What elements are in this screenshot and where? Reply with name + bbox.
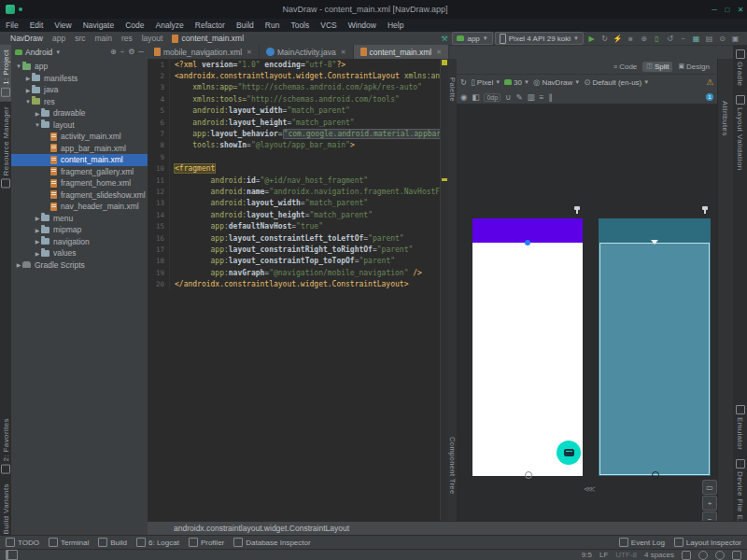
mode-split[interactable]: ◫Split — [642, 62, 672, 72]
mode-design[interactable]: ▣Design — [674, 62, 713, 72]
locate-icon[interactable]: ⊕ — [110, 48, 117, 56]
tool-window-switcher-icon[interactable] — [6, 550, 18, 560]
orientation-icon[interactable]: ↻ — [460, 77, 467, 87]
close-icon[interactable]: ✕ — [247, 49, 252, 56]
breadcrumb-item[interactable]: content_main.xml — [167, 34, 248, 43]
palette-tab[interactable]: Palette — [448, 77, 457, 102]
menu-code[interactable]: Code — [120, 21, 149, 30]
tree-item-layout[interactable]: ▼layout — [11, 119, 148, 132]
tree-item-mipmap[interactable]: ▶mipmap — [11, 224, 148, 236]
tree-item-manifests[interactable]: ▶manifests — [11, 73, 148, 85]
warning-icon[interactable]: ⚠ — [706, 77, 713, 87]
tree-item-app-bar-main-xml[interactable]: app_bar_main.xml — [11, 143, 148, 155]
blueprint-preview-phone[interactable] — [599, 218, 711, 476]
caret-position[interactable]: 9:5 — [582, 551, 592, 559]
component-tree-tab[interactable]: Component Tree — [448, 437, 457, 494]
close-icon[interactable]: ✕ — [436, 49, 442, 56]
tree-item-drawable[interactable]: ▶drawable — [11, 107, 148, 119]
menu-view[interactable]: View — [49, 21, 77, 30]
menu-analyze[interactable]: Analyze — [150, 21, 190, 30]
tree-item-java[interactable]: ▶java — [11, 84, 148, 96]
tree-item-nav-header-main-xml[interactable]: nav_header_main.xml — [11, 201, 148, 213]
zoom-in-icon[interactable]: + — [702, 496, 717, 511]
tree-item-gradle-scripts[interactable]: ▶Gradle Scripts — [11, 259, 148, 272]
design-surface[interactable]: ⋘ ▭+−▢ — [457, 104, 717, 521]
hide-icon[interactable]: ─ — [138, 48, 144, 56]
tool-window-build[interactable]: Build — [98, 538, 127, 547]
tree-item-fragment-home-xml[interactable]: fragment_home.xml — [11, 177, 148, 189]
view-options-icon[interactable]: ◉ — [460, 92, 467, 102]
menu-navigate[interactable]: Navigate — [78, 21, 120, 30]
gear-icon[interactable]: ⚙ — [128, 48, 134, 56]
apply-code-changes-icon[interactable]: ⚡ — [612, 33, 624, 45]
selection-handle[interactable] — [525, 471, 532, 479]
collapse-icon[interactable]: ÷ — [120, 48, 124, 56]
tree-item-app[interactable]: ▼app — [11, 61, 148, 73]
breadcrumb-item[interactable]: main — [90, 34, 116, 43]
selection-handle[interactable] — [652, 471, 659, 479]
menu-help[interactable]: Help — [382, 21, 409, 30]
maximize-button[interactable]: □ — [721, 6, 734, 14]
magnet-icon[interactable]: ∪ — [505, 92, 511, 102]
attributes-tab[interactable]: Attributes — [721, 101, 729, 136]
tree-item-fragment-gallery-xml[interactable]: fragment_gallery.xml — [11, 166, 148, 178]
menu-run[interactable]: Run — [260, 21, 286, 30]
attach-debugger-icon[interactable]: ⊕ — [638, 33, 650, 45]
minimize-button[interactable]: ─ — [708, 6, 721, 14]
menu-build[interactable]: Build — [231, 21, 260, 30]
gradle-status-icon[interactable] — [698, 551, 708, 560]
button-event-log[interactable]: Event Log — [619, 538, 665, 547]
selection-handle[interactable] — [651, 240, 658, 245]
breadcrumb-item[interactable]: NavDraw — [6, 34, 48, 43]
blueprint-body[interactable] — [599, 243, 710, 475]
error-stripe-mark[interactable] — [442, 60, 447, 65]
project-view-header[interactable]: Android ▼ ⊕÷⚙─ — [11, 45, 148, 59]
apply-changes-icon[interactable]: ↻ — [599, 33, 611, 45]
component-breadcrumb[interactable]: androidx.constraintlayout.widget.Constra… — [174, 524, 349, 533]
tree-item-menu[interactable]: ▶menu — [11, 213, 148, 225]
stripe-tab-gradle[interactable]: Gradle — [734, 45, 747, 91]
api-select[interactable]: 30▼ — [504, 78, 529, 87]
design-preview-phone[interactable] — [472, 218, 583, 476]
memory-indicator-icon[interactable] — [715, 551, 725, 560]
menu-refactor[interactable]: Refactor — [190, 21, 231, 30]
stripe-tab-emulator[interactable]: Emulator — [734, 400, 747, 455]
breadcrumb-item[interactable]: layout — [137, 34, 168, 43]
code-editor[interactable]: 1<?xml version="1.0" encoding="utf-8"?>2… — [148, 59, 448, 521]
run-icon[interactable]: ▶ — [585, 33, 598, 45]
more-icon[interactable]: ▣ — [729, 33, 741, 45]
close-icon[interactable]: ✕ — [341, 49, 346, 56]
file-encoding[interactable]: UTF-8 — [615, 551, 637, 559]
profiler-icon[interactable]: ~ — [677, 33, 689, 45]
close-button[interactable]: ✕ — [734, 6, 747, 14]
device-file-explorer-icon[interactable]: ▤ — [703, 33, 715, 45]
menu-window[interactable]: Window — [343, 21, 382, 30]
project-tree[interactable]: ▼app▶manifests▶java▼res▶drawable▼layouta… — [11, 61, 148, 521]
zoom-out-icon[interactable]: − — [702, 511, 717, 521]
menu-edit[interactable]: Edit — [24, 21, 49, 30]
run-config-select[interactable]: app ▼ — [452, 32, 492, 45]
search-icon[interactable]: ⊙ — [716, 33, 728, 45]
menu-file[interactable]: File — [0, 21, 24, 30]
sync-project-icon[interactable]: ↺ — [664, 33, 676, 45]
tree-item-fragment-slideshow-xml[interactable]: fragment_slideshow.xml — [11, 189, 148, 202]
menu-tools[interactable]: Tools — [285, 21, 315, 30]
breadcrumb-item[interactable]: src — [70, 34, 90, 43]
tree-item-navigation[interactable]: ▶navigation — [11, 236, 148, 248]
constraints-icon[interactable]: ≡ — [540, 92, 544, 102]
device-select[interactable]: ▯Pixel▼ — [471, 77, 500, 87]
breadcrumb-item[interactable]: res — [117, 34, 137, 43]
tab-content-main-xml[interactable]: content_main.xml✕ — [354, 45, 450, 59]
guidelines-icon[interactable]: ▥ — [528, 92, 535, 102]
resize-grip-icon[interactable]: ⋘ — [584, 484, 595, 496]
tool-window-todo[interactable]: TODO — [6, 538, 39, 547]
button-layout-inspector[interactable]: Layout Inspector — [674, 538, 741, 547]
line-separator[interactable]: LF — [599, 551, 608, 559]
menu-vcs[interactable]: VCS — [315, 21, 342, 30]
issues-badge[interactable]: 1 — [706, 93, 713, 101]
mode-code[interactable]: ≡Code — [610, 62, 641, 72]
tool-window-database-inspector[interactable]: Database Inspector — [233, 538, 310, 547]
margin-icon[interactable]: ∥ — [549, 92, 553, 102]
tool-window-terminal[interactable]: Terminal — [49, 538, 89, 547]
tree-item-activity-main-xml[interactable]: activity_main.xml — [11, 131, 148, 143]
